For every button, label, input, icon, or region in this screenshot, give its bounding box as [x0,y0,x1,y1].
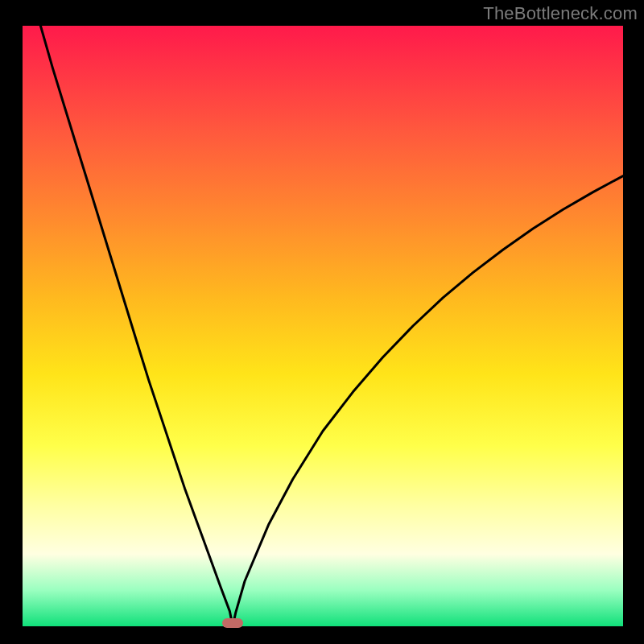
optimal-marker [222,618,243,628]
chart-plot-area [23,26,623,626]
watermark-text: TheBottleneck.com [483,3,638,24]
bottleneck-curve [23,26,623,626]
